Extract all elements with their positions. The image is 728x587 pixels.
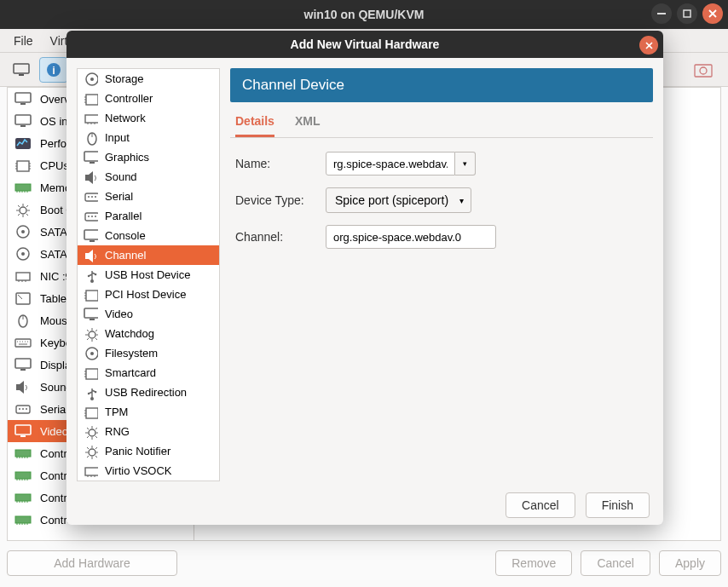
hw-type-item[interactable]: RNG (78, 422, 219, 441)
console-view-button[interactable] (7, 57, 36, 83)
svg-point-7 (700, 67, 707, 74)
hw-type-label: Virtio VSOCK (105, 464, 172, 477)
gear-icon (83, 425, 98, 439)
kbd-icon (13, 335, 33, 350)
svg-rect-39 (86, 95, 98, 105)
hw-type-item[interactable]: Input (78, 128, 219, 147)
details-view-button[interactable]: i (39, 57, 68, 83)
hw-type-item[interactable]: Filesystem (78, 343, 219, 363)
tab-xml[interactable]: XML (295, 114, 321, 137)
main-title: win10 on QEMU/KVM (304, 8, 425, 21)
serial-icon (13, 401, 33, 417)
sidebar-item-label: Tablet (40, 292, 70, 305)
dialog-cancel-button[interactable]: Cancel (506, 492, 575, 518)
disk-icon (83, 347, 98, 360)
hw-type-item[interactable]: USB Host Device (78, 265, 219, 285)
hw-type-item[interactable]: Graphics (78, 147, 219, 167)
chip-icon (83, 366, 98, 380)
hw-type-item[interactable]: Storage (78, 69, 219, 89)
close-icon (708, 9, 717, 18)
dialog-finish-button[interactable]: Finish (586, 492, 650, 518)
svg-rect-40 (85, 115, 98, 123)
device-type-select[interactable]: Spice port (spiceport) (326, 187, 471, 213)
hw-type-item[interactable]: Network (78, 108, 219, 128)
hw-type-label: Parallel (105, 210, 142, 222)
hw-type-item[interactable]: Virtio VSOCK (78, 461, 219, 481)
hw-type-label: Network (105, 112, 146, 124)
svg-rect-35 (15, 494, 31, 501)
minimize-button[interactable] (651, 3, 672, 24)
main-cancel-button[interactable]: Cancel (581, 550, 650, 576)
svg-point-62 (89, 331, 95, 338)
mem-icon (13, 490, 33, 505)
svg-point-19 (21, 252, 25, 256)
svg-rect-54 (90, 240, 95, 242)
mouse-icon (13, 313, 33, 328)
hw-type-item[interactable]: Panic Notifier (78, 441, 219, 461)
usb-icon (83, 386, 98, 400)
hw-type-label: Graphics (105, 151, 149, 164)
hw-type-item[interactable]: Parallel (78, 206, 219, 226)
hw-type-label: Smartcard (105, 366, 156, 379)
svg-point-46 (88, 196, 90, 198)
hw-type-item[interactable]: Smartcard (78, 363, 219, 383)
disk-icon (83, 72, 98, 86)
dialog-footer: Cancel Finish (66, 485, 663, 525)
hw-type-item[interactable]: PCI Host Device (78, 285, 219, 304)
svg-rect-14 (15, 184, 31, 191)
close-button[interactable] (702, 3, 723, 24)
camera-icon (694, 62, 713, 78)
minimize-icon (657, 13, 666, 14)
hw-type-item[interactable]: Sound (78, 167, 219, 187)
channel-form: Name: ▾ Device Type: Spice port (spicepo… (230, 138, 653, 262)
hw-type-item[interactable]: Serial (78, 187, 219, 206)
hw-type-item[interactable]: Controller (78, 89, 219, 108)
hw-type-item[interactable]: USB Redirection (78, 383, 219, 402)
disk-icon (13, 224, 33, 239)
add-hardware-button[interactable]: Add Hardware (7, 550, 177, 576)
monitor-icon (13, 357, 33, 372)
channel-input[interactable] (326, 225, 496, 249)
svg-point-50 (88, 216, 90, 217)
name-combo[interactable]: ▾ (326, 152, 648, 176)
svg-point-51 (91, 216, 93, 217)
svg-rect-3 (19, 74, 24, 76)
remove-button[interactable]: Remove (495, 550, 572, 576)
nic-icon (83, 464, 98, 478)
hw-type-item[interactable]: Channel (78, 245, 219, 265)
hw-type-item[interactable]: Watchdog (78, 324, 219, 343)
perf-icon (13, 135, 33, 151)
main-titlebar: win10 on QEMU/KVM (0, 0, 728, 29)
svg-rect-69 (86, 408, 98, 418)
mem-icon (13, 512, 33, 527)
svg-rect-2 (14, 64, 29, 73)
nic-icon (13, 268, 33, 284)
tab-details[interactable]: Details (235, 114, 274, 137)
svg-rect-36 (15, 516, 31, 523)
svg-point-64 (90, 352, 94, 355)
name-input[interactable] (326, 152, 455, 176)
screenshot-button[interactable] (689, 57, 718, 83)
hw-type-label: Controller (105, 92, 153, 105)
sound-icon (83, 170, 98, 184)
nic-icon (83, 112, 98, 125)
svg-point-71 (89, 449, 95, 456)
hw-type-item[interactable]: Console (78, 226, 219, 245)
sidebar-item-label: CPUs (40, 159, 69, 172)
name-dropdown-button[interactable]: ▾ (455, 152, 476, 176)
hw-type-item[interactable]: TPM (78, 402, 219, 422)
hw-type-item[interactable]: Video (78, 304, 219, 324)
gear-icon (13, 202, 33, 217)
hw-type-label: USB Host Device (105, 268, 190, 281)
menu-file[interactable]: File (5, 34, 42, 48)
apply-button[interactable]: Apply (659, 550, 721, 576)
hw-type-label: Panic Notifier (105, 445, 170, 458)
sound-icon (83, 249, 98, 262)
svg-rect-55 (85, 253, 89, 259)
device-type-label: Device Type: (235, 193, 321, 207)
dialog-close-button[interactable] (639, 36, 658, 55)
svg-point-38 (90, 78, 94, 81)
svg-point-30 (26, 408, 27, 410)
maximize-button[interactable] (677, 3, 697, 24)
svg-rect-1 (684, 10, 690, 17)
